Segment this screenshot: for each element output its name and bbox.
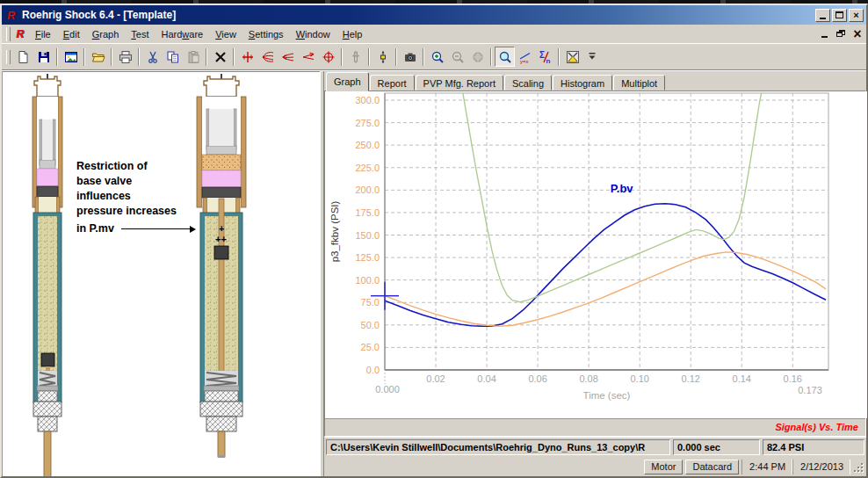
- y-tick-label: 25.0: [361, 342, 380, 352]
- print-button[interactable]: [115, 47, 135, 67]
- series-annotation-pbv: P.bv: [611, 182, 634, 195]
- crosshair-tool-button[interactable]: [237, 47, 257, 67]
- overflow-chevron-icon: [587, 52, 597, 62]
- export-graph-icon: [566, 50, 580, 64]
- open-folder-icon: [91, 50, 105, 64]
- document-icon[interactable]: R: [13, 28, 26, 40]
- copy-button[interactable]: [163, 47, 183, 67]
- pan-tool-icon: [471, 50, 485, 64]
- x-tick-label: 0.02: [426, 373, 445, 384]
- mdi-close-button[interactable]: ×: [850, 28, 864, 40]
- mdi-restore-button[interactable]: [834, 28, 848, 40]
- y-tick-label: 150.0: [355, 229, 380, 240]
- export-graph-button[interactable]: [562, 47, 582, 67]
- resize-grip[interactable]: [852, 461, 864, 473]
- circle-cross-tool-icon: [322, 50, 336, 64]
- toolbar-separator: [233, 48, 235, 66]
- menu-file[interactable]: File: [29, 27, 57, 41]
- tab-multiplot[interactable]: Multiplot: [613, 75, 665, 91]
- open-folder-button[interactable]: [88, 47, 108, 67]
- menubar-grip[interactable]: [6, 27, 11, 41]
- motor-button[interactable]: Motor: [644, 460, 683, 474]
- annotation-line: Restriction of: [76, 159, 226, 174]
- y-tick-label: 200.0: [355, 185, 380, 195]
- toolbar: y=xΣn: [2, 44, 866, 70]
- shock-diagram-right: + ++: [194, 74, 249, 460]
- toolbar-grip[interactable]: [6, 50, 11, 64]
- injector-tool-icon: [349, 50, 363, 64]
- window-title: Roehrig Shock 6.4 - [Template]: [22, 9, 814, 21]
- screen: R Roehrig Shock 6.4 - [Template] × R Fil…: [0, 0, 868, 478]
- minimize-button[interactable]: [815, 9, 830, 22]
- maximize-button[interactable]: [832, 9, 847, 22]
- curve-left-tool-button[interactable]: [278, 47, 298, 67]
- toolbar-overflow-button[interactable]: [586, 48, 598, 66]
- toolbar-separator: [83, 48, 85, 66]
- yx-tool-button[interactable]: y=x: [515, 47, 535, 67]
- chart-footer: Signal(s) Vs. Time: [325, 418, 865, 436]
- zoom-out-button[interactable]: [447, 47, 467, 67]
- circle-cross-tool-button[interactable]: [318, 47, 338, 67]
- shock-diagram-left: [31, 74, 69, 476]
- title-bar: R Roehrig Shock 6.4 - [Template] ×: [2, 5, 866, 25]
- mdi-restore-icon: [836, 30, 845, 38]
- curve-flag-tool-button[interactable]: [298, 47, 318, 67]
- cut-button[interactable]: [142, 47, 163, 67]
- menu-edit[interactable]: Edit: [57, 27, 86, 41]
- paste-button[interactable]: [183, 47, 203, 67]
- tab-histogram[interactable]: Histogram: [553, 75, 612, 91]
- zoom-out-icon: [451, 50, 465, 64]
- menu-window[interactable]: Window: [290, 27, 336, 41]
- zoom-normal-button[interactable]: [495, 47, 515, 67]
- y-tick-label: 50.0: [361, 320, 380, 330]
- tab-scaling[interactable]: Scaling: [504, 75, 552, 91]
- gains-tool-button[interactable]: [373, 47, 393, 67]
- x-tick-label: 0.06: [528, 373, 546, 384]
- svg-text:y=x: y=x: [520, 59, 529, 64]
- toolbar-separator: [56, 48, 58, 66]
- zoom-normal-icon: [498, 50, 512, 64]
- datacard-button[interactable]: Datacard: [685, 460, 739, 474]
- menu-graph[interactable]: Graph: [86, 27, 126, 41]
- mdi-minimize-button[interactable]: [817, 28, 831, 40]
- app-window: R Roehrig Shock 6.4 - [Template] × R Fil…: [0, 4, 868, 478]
- paste-icon: [186, 50, 200, 64]
- injector-tool-button[interactable]: [345, 47, 365, 67]
- graph-column: GraphReportPVP Mfg. ReportScalingHistogr…: [324, 71, 866, 476]
- sigma-n-tool-icon: Σn: [539, 50, 553, 64]
- save-button[interactable]: [33, 47, 54, 67]
- y-tick-label: 275.0: [355, 117, 380, 127]
- delete-button[interactable]: [210, 47, 230, 67]
- tab-graph[interactable]: Graph: [326, 72, 369, 91]
- export-image-button[interactable]: [61, 47, 81, 67]
- y-tick-label: 100.0: [355, 274, 380, 285]
- tab-pvp-mfg-report[interactable]: PVP Mfg. Report: [416, 75, 503, 91]
- zoom-in-button[interactable]: [427, 47, 447, 67]
- y-tick-label: 0.0: [366, 365, 380, 375]
- status-bar: C:\Users\Kevin Stillwell\Documents\Roehr…: [324, 437, 866, 458]
- file-path-field: C:\Users\Kevin Stillwell\Documents\Roehr…: [326, 439, 670, 455]
- close-button[interactable]: ×: [849, 9, 864, 22]
- tab-report[interactable]: Report: [370, 75, 415, 91]
- cursor-time-field: 0.000 sec: [673, 439, 760, 455]
- curves-tool-icon: [261, 50, 275, 64]
- menu-help[interactable]: Help: [336, 27, 369, 41]
- menu-view[interactable]: View: [209, 27, 242, 41]
- x-max-label: 0.173: [798, 385, 822, 395]
- pan-tool-button[interactable]: [467, 47, 488, 67]
- annotation-line: pressure increases: [76, 204, 226, 219]
- new-file-icon: [17, 50, 31, 64]
- x-tick-label: 0.14: [733, 373, 751, 384]
- curves-tool-button[interactable]: [257, 47, 278, 67]
- pressure-time-plot[interactable]: 0.025.050.075.0100.0125.0150.0175.0200.0…: [325, 91, 867, 418]
- menu-settings[interactable]: Settings: [242, 27, 290, 41]
- cut-icon: [146, 50, 160, 64]
- camera-button[interactable]: [400, 47, 420, 67]
- menu-test[interactable]: Test: [125, 27, 155, 41]
- new-file-button[interactable]: [13, 47, 33, 67]
- sigma-n-tool-button[interactable]: Σn: [535, 47, 555, 67]
- print-icon: [119, 50, 133, 64]
- menu-hardware[interactable]: Hardware: [156, 27, 210, 41]
- toolbar-separator: [423, 48, 424, 66]
- chart[interactable]: 0.025.050.075.0100.0125.0150.0175.0200.0…: [325, 91, 865, 418]
